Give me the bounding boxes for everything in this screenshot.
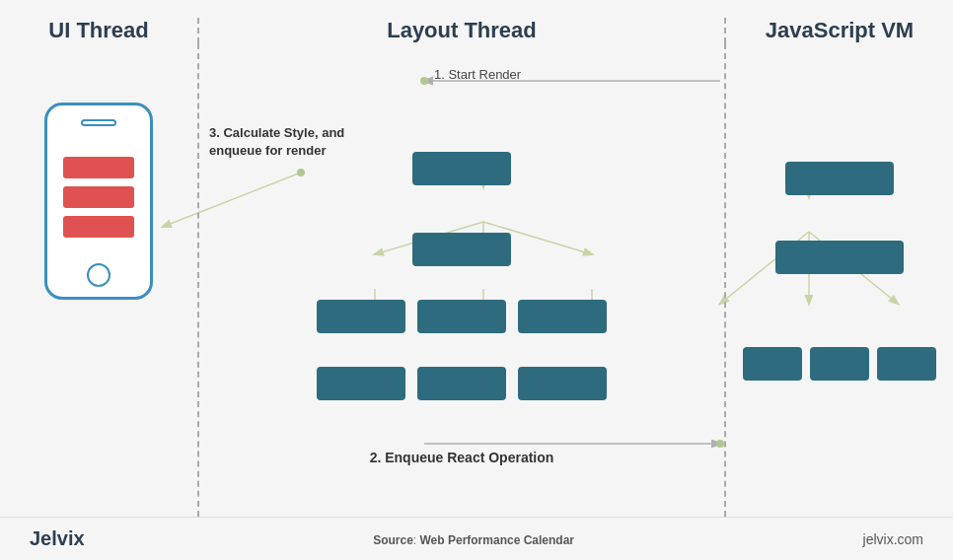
js-vm-column xyxy=(726,43,953,517)
layout-thread-title: Layout Thread xyxy=(387,18,537,42)
layout-box-mid xyxy=(412,233,511,266)
brand-name: Jelvix xyxy=(30,527,85,550)
layout-box-row4-mid xyxy=(417,367,506,400)
diagram-container: UI Thread Layout Thread JavaScript VM 1.… xyxy=(0,0,953,560)
phone-bar-2 xyxy=(63,186,134,208)
layout-box-row3-mid xyxy=(417,300,506,333)
phone-home-button xyxy=(87,263,110,287)
layout-box-top xyxy=(412,152,511,185)
layout-box-row4-left xyxy=(317,367,405,400)
phone-screen xyxy=(57,138,140,255)
layout-box-row3-right xyxy=(518,300,607,333)
js-vm-title: JavaScript VM xyxy=(766,18,914,42)
phone-bar-3 xyxy=(63,216,134,238)
js-box-mid xyxy=(775,241,904,274)
layout-box-row4-right xyxy=(518,367,607,400)
js-box-bot-mid xyxy=(810,347,869,381)
calculate-style-label: 3. Calculate Style, andenqueue for rende… xyxy=(209,124,344,160)
phone-mockup xyxy=(44,103,153,300)
footer-source: Source: Web Performance Calendar xyxy=(373,530,574,548)
js-box-top xyxy=(785,162,894,195)
phone-speaker xyxy=(81,119,116,126)
js-box-bot-right xyxy=(877,347,936,381)
ui-thread-column: 4. Render to screen xyxy=(0,43,197,517)
phone-bar-1 xyxy=(63,157,134,178)
layout-thread-column: 3. Calculate Style, andenqueue for rende… xyxy=(197,43,726,517)
js-box-bot-left xyxy=(743,347,802,381)
enqueue-react-label: 2. Enqueue React Operation xyxy=(370,450,554,465)
footer-url: jelvix.com xyxy=(863,531,923,547)
layout-box-row3-left xyxy=(317,300,405,333)
footer: Jelvix Source: Web Performance Calendar … xyxy=(0,517,953,560)
ui-thread-title: UI Thread xyxy=(48,18,148,42)
